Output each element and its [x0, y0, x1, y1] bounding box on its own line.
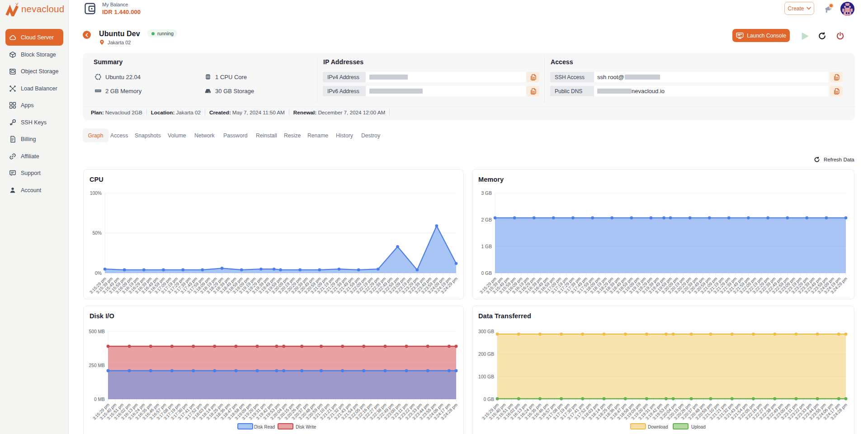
- svg-text:0 GB: 0 GB: [484, 397, 495, 402]
- svg-text:300 GB: 300 GB: [478, 329, 494, 334]
- svg-text:100%: 100%: [90, 191, 102, 196]
- svg-text:0 MB: 0 MB: [94, 397, 105, 402]
- svg-text:Upload: Upload: [691, 425, 706, 429]
- svg-text:Disk Read: Disk Read: [254, 425, 275, 429]
- svg-text:200 GB: 200 GB: [478, 352, 494, 357]
- svg-text:50%: 50%: [92, 231, 102, 236]
- svg-text:250 MB: 250 MB: [89, 363, 105, 368]
- svg-text:2 GB: 2 GB: [481, 217, 492, 222]
- svg-text:Disk Write: Disk Write: [296, 425, 316, 429]
- svg-text:Download: Download: [648, 425, 668, 429]
- svg-text:0%: 0%: [95, 271, 102, 276]
- svg-text:100 GB: 100 GB: [478, 374, 494, 379]
- svg-text:500 MB: 500 MB: [89, 329, 105, 334]
- svg-text:3 GB: 3 GB: [481, 191, 492, 196]
- svg-text:1 GB: 1 GB: [481, 244, 492, 249]
- svg-text:0 GB: 0 GB: [481, 271, 492, 276]
